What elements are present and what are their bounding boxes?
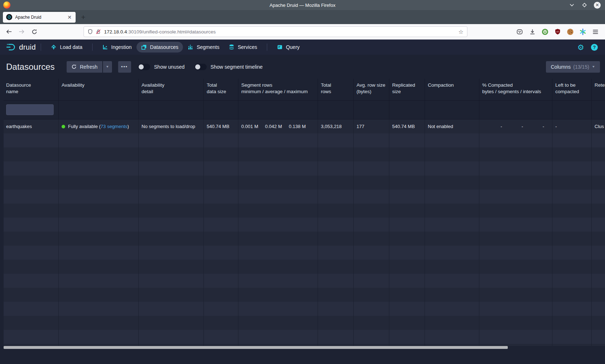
cell-total_rows (318, 232, 354, 246)
column-header-line1: Replicated (392, 82, 423, 88)
cell-datasource (4, 204, 59, 218)
reload-icon[interactable] (30, 29, 39, 35)
nav-tab-label: Query (286, 44, 300, 50)
browser-tab[interactable]: Apache Druid ✕ (3, 12, 76, 23)
cell-datasource[interactable]: earthquakes (4, 119, 59, 133)
available-status-icon (62, 125, 65, 128)
table-row-empty (4, 288, 605, 302)
nav-tab-label: Segments (197, 44, 219, 50)
column-header-compaction[interactable]: Compaction (425, 79, 479, 100)
nav-tab-load-data[interactable]: Load data (46, 42, 87, 53)
column-header-line1: Left to be (555, 82, 590, 88)
cell-avg_row_size (354, 204, 389, 218)
cell-retention (592, 218, 605, 232)
cookie-icon[interactable] (566, 28, 574, 36)
downloads-icon[interactable] (528, 28, 536, 36)
refresh-button[interactable]: Refresh (67, 61, 102, 73)
column-header-replicated_size[interactable]: Replicatedsize (389, 79, 425, 100)
cell-availability (59, 133, 139, 147)
table-row-empty (4, 133, 605, 147)
cell-retention: Clus (592, 119, 605, 133)
cell-total_data_size (204, 246, 238, 260)
settings-gear-icon[interactable]: ⚙ (577, 44, 584, 51)
more-actions-button[interactable] (118, 61, 131, 73)
pocket-icon[interactable] (516, 28, 524, 36)
table-row-empty (4, 176, 605, 190)
tab-close-icon[interactable]: ✕ (67, 14, 72, 20)
column-header-segment_rows[interactable]: Segment rowsminimum / average / maximum (238, 79, 318, 100)
shield-permissions-icon[interactable] (88, 29, 93, 35)
cell-left_to_compact (552, 302, 592, 316)
cell-total_rows (318, 274, 354, 288)
forward-icon[interactable] (17, 29, 26, 35)
cell-segment_rows (238, 316, 318, 330)
column-header-left_to_compact[interactable]: Left to becompacted (552, 79, 592, 100)
help-icon[interactable] (591, 44, 598, 51)
druid-navbar: druid Load dataIngestionDatasourcesSegme… (0, 40, 605, 55)
nav-tab-services[interactable]: Services (224, 42, 262, 53)
column-header-total_rows[interactable]: Totalrows (318, 79, 354, 100)
window-minimize-icon[interactable] (569, 2, 575, 8)
column-header-availability[interactable]: Availability (59, 79, 139, 100)
table-row-earthquakes[interactable]: earthquakesFully available (73 segments)… (4, 119, 605, 133)
cell-retention (592, 204, 605, 218)
horizontal-scrollbar[interactable] (4, 346, 508, 349)
nav-tab-datasources[interactable]: Datasources (136, 42, 183, 53)
cell-pct_compacted (479, 330, 552, 344)
datasource-filter-input[interactable] (6, 104, 54, 115)
column-header-line1: Availability (142, 82, 202, 88)
cell-replicated_size (389, 316, 425, 330)
cell-total_rows (318, 330, 354, 344)
bookmark-star-icon[interactable]: ☆ (458, 28, 463, 35)
window-maximize-icon[interactable] (581, 2, 588, 8)
column-header-retention[interactable]: Rete (592, 79, 605, 100)
show-unused-toggle[interactable] (138, 64, 150, 70)
column-header-avg_row_size[interactable]: Avg. row size(bytes) (354, 79, 389, 100)
cell-segment_rows (238, 260, 318, 274)
columns-picker-button[interactable]: Columns (13/15) (546, 61, 600, 73)
column-header-pct_compacted[interactable]: % Compactedbytes / segments / intervals (479, 79, 552, 100)
cell-total_data_size (204, 274, 238, 288)
cell-segment_rows: 0.001 M0.042 M0.138 M (238, 119, 318, 133)
column-header-line1: Datasource (6, 82, 57, 88)
nav-tab-segments[interactable]: Segments (183, 42, 224, 53)
filter-cell-availability (59, 101, 139, 119)
nav-tab-ingestion[interactable]: Ingestion (98, 42, 136, 53)
cell-availability (59, 246, 139, 260)
cell-left_to_compact (552, 147, 592, 161)
table-row-empty (4, 147, 605, 161)
multicolor-asterisk-icon[interactable] (579, 28, 587, 36)
column-header-datasource[interactable]: Datasourcename (4, 79, 59, 100)
show-segment-timeline-toggle[interactable] (194, 64, 207, 70)
filter-cell-retention (592, 101, 605, 119)
window-close-icon[interactable]: ✕ (594, 2, 601, 9)
nav-tab-query[interactable]: Query (272, 42, 304, 53)
back-icon[interactable] (4, 29, 14, 35)
cell-compaction (425, 147, 479, 161)
cell-compaction (425, 302, 479, 316)
segments-link[interactable]: 73 segments (100, 124, 127, 129)
cell-compaction (425, 204, 479, 218)
tab-bar: Apache Druid ✕ + (0, 10, 605, 24)
insecure-lock-icon[interactable] (95, 29, 101, 35)
ublock-shield-icon[interactable]: uO (554, 28, 561, 36)
url-bar[interactable]: 172.18.0.4:30109/unified-console.html#da… (84, 26, 467, 37)
cell-avg_row_size (354, 133, 389, 147)
druid-logo[interactable]: druid (6, 43, 36, 51)
cell-availability (59, 190, 139, 204)
cell-availability_detail (139, 232, 204, 246)
cell-total_rows (318, 288, 354, 302)
chevron-down-icon (592, 65, 595, 69)
refresh-dropdown-button[interactable] (103, 61, 112, 73)
cell-total_rows (318, 260, 354, 274)
new-tab-button[interactable]: + (81, 13, 85, 21)
toggle-knob (195, 64, 200, 69)
filter-cell-segment_rows (238, 101, 318, 119)
column-header-total_data_size[interactable]: Totaldata size (204, 79, 238, 100)
extension-green-icon[interactable] (541, 28, 549, 36)
cell-total_rows (318, 302, 354, 316)
menu-icon[interactable] (591, 28, 599, 36)
column-header-availability_detail[interactable]: Availabilitydetail (139, 79, 204, 100)
nav-tab-label: Load data (60, 44, 82, 50)
table-filter-row (4, 101, 605, 119)
